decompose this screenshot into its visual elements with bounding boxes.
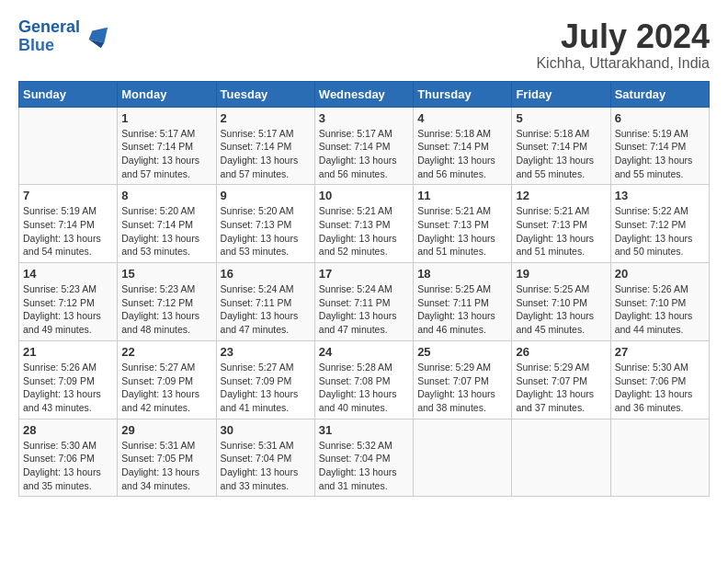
calendar-week-row: 28Sunrise: 5:30 AM Sunset: 7:06 PM Dayli… xyxy=(19,419,710,497)
day-number: 4 xyxy=(417,111,507,125)
day-number: 9 xyxy=(221,189,311,202)
calendar-cell: 2Sunrise: 5:17 AM Sunset: 7:14 PM Daylig… xyxy=(216,107,314,185)
calendar-cell: 5Sunrise: 5:18 AM Sunset: 7:14 PM Daylig… xyxy=(512,107,610,185)
day-info: Sunrise: 5:29 AM Sunset: 7:07 PM Dayligh… xyxy=(417,361,507,415)
day-number: 8 xyxy=(121,189,211,202)
day-number: 10 xyxy=(319,189,409,202)
day-number: 31 xyxy=(319,423,409,437)
page-header: GeneralBlue July 2024 Kichha, Uttarakhan… xyxy=(18,18,710,72)
calendar-day-header: Thursday xyxy=(414,81,512,107)
day-number: 20 xyxy=(615,267,705,281)
day-info: Sunrise: 5:30 AM Sunset: 7:06 PM Dayligh… xyxy=(23,439,113,493)
day-number: 5 xyxy=(516,111,606,125)
day-number: 1 xyxy=(121,111,211,125)
calendar-day-header: Monday xyxy=(118,81,216,107)
day-info: Sunrise: 5:28 AM Sunset: 7:08 PM Dayligh… xyxy=(319,361,409,415)
day-number: 28 xyxy=(23,423,113,437)
day-info: Sunrise: 5:19 AM Sunset: 7:14 PM Dayligh… xyxy=(23,204,113,259)
day-number: 18 xyxy=(417,267,507,281)
day-number: 13 xyxy=(615,189,705,202)
calendar-cell: 27Sunrise: 5:30 AM Sunset: 7:06 PM Dayli… xyxy=(610,340,709,419)
calendar-table: SundayMondayTuesdayWednesdayThursdayFrid… xyxy=(18,81,710,498)
day-number: 7 xyxy=(23,189,113,202)
day-info: Sunrise: 5:31 AM Sunset: 7:05 PM Dayligh… xyxy=(121,439,211,493)
title-block: July 2024 Kichha, Uttarakhand, India xyxy=(536,18,710,72)
calendar-day-header: Friday xyxy=(512,81,610,107)
calendar-cell: 13Sunrise: 5:22 AM Sunset: 7:12 PM Dayli… xyxy=(610,185,709,263)
calendar-body: 1Sunrise: 5:17 AM Sunset: 7:14 PM Daylig… xyxy=(19,107,710,497)
calendar-cell: 3Sunrise: 5:17 AM Sunset: 7:14 PM Daylig… xyxy=(314,107,413,185)
calendar-cell: 22Sunrise: 5:27 AM Sunset: 7:09 PM Dayli… xyxy=(118,340,216,419)
calendar-cell: 20Sunrise: 5:26 AM Sunset: 7:10 PM Dayli… xyxy=(610,263,709,341)
day-info: Sunrise: 5:17 AM Sunset: 7:14 PM Dayligh… xyxy=(221,127,311,181)
calendar-cell xyxy=(19,107,118,185)
day-number: 6 xyxy=(615,111,705,125)
day-number: 2 xyxy=(221,111,311,125)
calendar-cell: 21Sunrise: 5:26 AM Sunset: 7:09 PM Dayli… xyxy=(19,340,118,419)
day-info: Sunrise: 5:26 AM Sunset: 7:10 PM Dayligh… xyxy=(615,282,705,337)
calendar-week-row: 1Sunrise: 5:17 AM Sunset: 7:14 PM Daylig… xyxy=(19,107,710,185)
location-title: Kichha, Uttarakhand, India xyxy=(536,55,710,72)
calendar-cell: 10Sunrise: 5:21 AM Sunset: 7:13 PM Dayli… xyxy=(314,185,413,263)
calendar-day-header: Sunday xyxy=(19,81,118,107)
day-info: Sunrise: 5:18 AM Sunset: 7:14 PM Dayligh… xyxy=(417,127,507,181)
calendar-cell: 24Sunrise: 5:28 AM Sunset: 7:08 PM Dayli… xyxy=(314,340,413,419)
calendar-cell: 25Sunrise: 5:29 AM Sunset: 7:07 PM Dayli… xyxy=(414,340,512,419)
day-info: Sunrise: 5:23 AM Sunset: 7:12 PM Dayligh… xyxy=(23,282,113,337)
calendar-cell: 16Sunrise: 5:24 AM Sunset: 7:11 PM Dayli… xyxy=(216,263,314,341)
calendar-day-header: Wednesday xyxy=(314,81,413,107)
calendar-header-row: SundayMondayTuesdayWednesdayThursdayFrid… xyxy=(19,81,710,107)
calendar-cell: 4Sunrise: 5:18 AM Sunset: 7:14 PM Daylig… xyxy=(414,107,512,185)
month-title: July 2024 xyxy=(536,18,710,55)
day-info: Sunrise: 5:31 AM Sunset: 7:04 PM Dayligh… xyxy=(221,439,311,493)
day-info: Sunrise: 5:20 AM Sunset: 7:13 PM Dayligh… xyxy=(221,204,311,259)
calendar-cell: 6Sunrise: 5:19 AM Sunset: 7:14 PM Daylig… xyxy=(610,107,709,185)
calendar-cell: 7Sunrise: 5:19 AM Sunset: 7:14 PM Daylig… xyxy=(19,185,118,263)
day-number: 14 xyxy=(23,267,113,281)
day-number: 21 xyxy=(23,345,113,359)
day-info: Sunrise: 5:21 AM Sunset: 7:13 PM Dayligh… xyxy=(516,204,606,259)
calendar-cell: 28Sunrise: 5:30 AM Sunset: 7:06 PM Dayli… xyxy=(19,419,118,497)
day-number: 23 xyxy=(221,345,311,359)
calendar-cell: 9Sunrise: 5:20 AM Sunset: 7:13 PM Daylig… xyxy=(216,185,314,263)
logo: GeneralBlue xyxy=(18,18,109,55)
day-info: Sunrise: 5:19 AM Sunset: 7:14 PM Dayligh… xyxy=(615,127,705,181)
day-info: Sunrise: 5:25 AM Sunset: 7:11 PM Dayligh… xyxy=(417,282,507,337)
day-info: Sunrise: 5:24 AM Sunset: 7:11 PM Dayligh… xyxy=(221,282,311,337)
day-info: Sunrise: 5:23 AM Sunset: 7:12 PM Dayligh… xyxy=(121,282,211,337)
day-info: Sunrise: 5:21 AM Sunset: 7:13 PM Dayligh… xyxy=(417,204,507,259)
calendar-week-row: 21Sunrise: 5:26 AM Sunset: 7:09 PM Dayli… xyxy=(19,340,710,419)
calendar-cell xyxy=(610,419,709,497)
calendar-cell: 31Sunrise: 5:32 AM Sunset: 7:04 PM Dayli… xyxy=(314,419,413,497)
day-info: Sunrise: 5:18 AM Sunset: 7:14 PM Dayligh… xyxy=(516,127,606,181)
calendar-cell xyxy=(414,419,512,497)
day-info: Sunrise: 5:20 AM Sunset: 7:14 PM Dayligh… xyxy=(121,204,211,259)
day-number: 27 xyxy=(615,345,705,359)
calendar-cell: 30Sunrise: 5:31 AM Sunset: 7:04 PM Dayli… xyxy=(216,419,314,497)
day-info: Sunrise: 5:32 AM Sunset: 7:04 PM Dayligh… xyxy=(319,439,409,493)
calendar-cell: 18Sunrise: 5:25 AM Sunset: 7:11 PM Dayli… xyxy=(414,263,512,341)
day-number: 25 xyxy=(417,345,507,359)
day-number: 24 xyxy=(319,345,409,359)
day-info: Sunrise: 5:22 AM Sunset: 7:12 PM Dayligh… xyxy=(615,204,705,259)
day-info: Sunrise: 5:24 AM Sunset: 7:11 PM Dayligh… xyxy=(319,282,409,337)
calendar-cell: 26Sunrise: 5:29 AM Sunset: 7:07 PM Dayli… xyxy=(512,340,610,419)
calendar-day-header: Saturday xyxy=(610,81,709,107)
day-info: Sunrise: 5:29 AM Sunset: 7:07 PM Dayligh… xyxy=(516,361,606,415)
calendar-cell: 15Sunrise: 5:23 AM Sunset: 7:12 PM Dayli… xyxy=(118,263,216,341)
day-number: 3 xyxy=(319,111,409,125)
day-number: 19 xyxy=(516,267,606,281)
calendar-cell: 12Sunrise: 5:21 AM Sunset: 7:13 PM Dayli… xyxy=(512,185,610,263)
day-info: Sunrise: 5:26 AM Sunset: 7:09 PM Dayligh… xyxy=(23,361,113,415)
calendar-week-row: 14Sunrise: 5:23 AM Sunset: 7:12 PM Dayli… xyxy=(19,263,710,341)
calendar-cell: 19Sunrise: 5:25 AM Sunset: 7:10 PM Dayli… xyxy=(512,263,610,341)
day-info: Sunrise: 5:25 AM Sunset: 7:10 PM Dayligh… xyxy=(516,282,606,337)
day-number: 16 xyxy=(221,267,311,281)
day-info: Sunrise: 5:27 AM Sunset: 7:09 PM Dayligh… xyxy=(221,361,311,415)
calendar-cell: 1Sunrise: 5:17 AM Sunset: 7:14 PM Daylig… xyxy=(118,107,216,185)
day-info: Sunrise: 5:30 AM Sunset: 7:06 PM Dayligh… xyxy=(615,361,705,415)
calendar-week-row: 7Sunrise: 5:19 AM Sunset: 7:14 PM Daylig… xyxy=(19,185,710,263)
day-number: 29 xyxy=(121,423,211,437)
logo-text: GeneralBlue xyxy=(18,18,80,55)
day-info: Sunrise: 5:17 AM Sunset: 7:14 PM Dayligh… xyxy=(121,127,211,181)
